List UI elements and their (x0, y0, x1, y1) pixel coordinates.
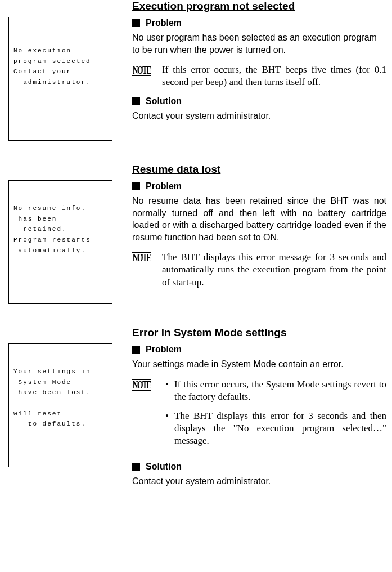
solution-label: Solution (146, 96, 182, 106)
bullet-square-icon (132, 19, 140, 27)
note-icon: NOTE (132, 65, 151, 76)
bullet-square-icon (132, 346, 140, 354)
problem-text: Your settings made in System Mode contai… (132, 358, 386, 370)
screen-column: Your settings in System Mode have been l… (8, 327, 124, 467)
solution-label: Solution (146, 462, 182, 472)
solution-text: Contact your system administrator. (132, 110, 386, 122)
bullet-square-icon (132, 97, 140, 105)
note-icon: NOTE (132, 252, 151, 263)
note-bullets: If this error occurs, the System Mode se… (157, 378, 386, 454)
device-screen: No resume info. has been retained. Progr… (8, 180, 112, 304)
note-icon: NOTE (132, 379, 151, 391)
note-row: NOTE The BHT displays this error message… (132, 251, 386, 288)
section-title: Execution program not selected (132, 0, 386, 12)
note-text: The BHT displays this error message for … (157, 251, 386, 288)
problem-heading: Problem (132, 181, 386, 191)
note-text: If this error occurs, the BHT beeps five… (157, 64, 386, 88)
problem-text: No user program has been selected as an … (132, 32, 386, 56)
note-row: NOTE If this error occurs, the BHT beeps… (132, 64, 386, 88)
content-column: Error in System Mode settings Problem Yo… (124, 327, 386, 495)
problem-label: Problem (146, 18, 182, 28)
problem-heading: Problem (132, 345, 386, 355)
solution-heading: Solution (132, 462, 386, 472)
note-row: NOTE If this error occurs, the System Mo… (132, 378, 386, 454)
note-bullet: The BHT displays this error for 3 second… (169, 410, 386, 447)
screen-column: No execution program selected Contact yo… (8, 0, 124, 141)
section-title: Resume data lost (132, 163, 386, 176)
device-screen: No execution program selected Contact yo… (8, 17, 112, 141)
section-title: Error in System Mode settings (132, 327, 386, 339)
bullet-square-icon (132, 182, 140, 190)
solution-heading: Solution (132, 96, 386, 106)
problem-heading: Problem (132, 18, 386, 28)
device-screen: Your settings in System Mode have been l… (8, 343, 112, 467)
section-execution-program: No execution program selected Contact yo… (8, 0, 386, 141)
problem-label: Problem (146, 181, 182, 191)
note-bullet: If this error occurs, the System Mode se… (169, 378, 386, 403)
section-resume-data: No resume info. has been retained. Progr… (8, 163, 386, 304)
content-column: Resume data lost Problem No resume data … (124, 163, 386, 297)
section-system-mode-error: Your settings in System Mode have been l… (8, 327, 386, 495)
bullet-square-icon (132, 463, 140, 471)
problem-text: No resume data has been retained since t… (132, 195, 386, 243)
solution-text: Contact your system administrator. (132, 475, 386, 488)
screen-column: No resume info. has been retained. Progr… (8, 163, 124, 304)
problem-label: Problem (146, 345, 182, 355)
content-column: Execution program not selected Problem N… (124, 0, 386, 130)
